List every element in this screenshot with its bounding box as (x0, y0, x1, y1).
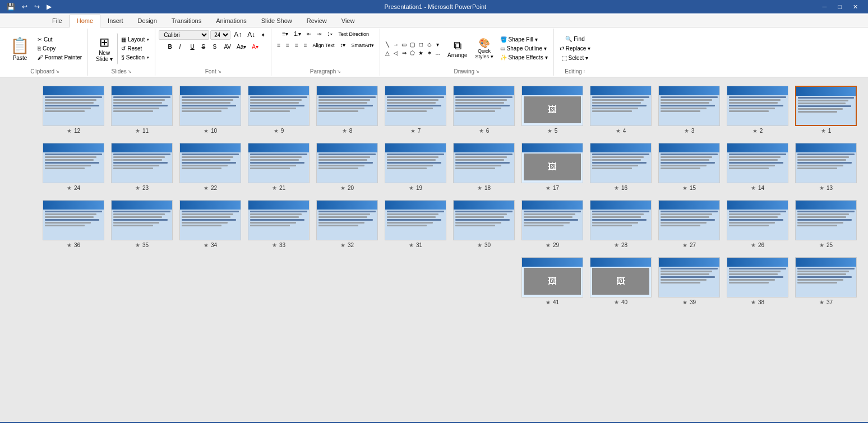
tab-animations[interactable]: Animations (209, 15, 253, 27)
slide-item[interactable]: ★22 (179, 143, 241, 191)
maximize-button[interactable]: □ (832, 2, 847, 12)
save-qat-button[interactable]: 💾 (4, 2, 17, 12)
format-painter-button[interactable]: 🖌 Format Painter (35, 53, 84, 62)
numbering-button[interactable]: 1.▾ (292, 30, 303, 38)
slide-item[interactable]: ★31 (385, 200, 446, 248)
align-text-button[interactable]: Align Text (311, 41, 337, 49)
shape-more2[interactable]: … (434, 49, 442, 57)
slide-item[interactable]: 🖼★17 (521, 143, 583, 191)
editing-expand-icon[interactable]: ↑ (583, 69, 585, 74)
slide-item[interactable]: 🖼★40 (590, 257, 652, 305)
shape-fill-button[interactable]: 🪣 Shape Fill ▾ (498, 35, 550, 44)
slide-item[interactable]: ★37 (795, 257, 857, 305)
underline-button[interactable]: U (188, 43, 198, 51)
minimize-button[interactable]: ─ (817, 2, 833, 12)
slide-item[interactable]: ★9 (248, 86, 310, 134)
char-spacing-button[interactable]: AV (221, 43, 233, 51)
slide-item[interactable]: ★11 (111, 86, 173, 134)
slide-item[interactable]: ★4 (590, 86, 652, 134)
align-right-button[interactable]: ≡ (293, 41, 301, 49)
slides-expand-icon[interactable]: ↘ (128, 69, 132, 74)
slide-item[interactable]: ★34 (179, 200, 241, 248)
slide-item[interactable]: ★15 (658, 143, 720, 191)
shape-triangle[interactable]: △ (384, 49, 391, 57)
quick-styles-button[interactable]: 🎨 QuickStyles ▾ (473, 36, 496, 61)
font-size-select[interactable]: 24 (210, 30, 230, 40)
slide-item[interactable]: ★13 (795, 143, 857, 191)
align-center-button[interactable]: ≡ (284, 41, 292, 49)
tab-home[interactable]: Home (70, 15, 100, 27)
slide-item[interactable]: ★3 (658, 86, 720, 134)
slide-item[interactable]: 🖼★5 (521, 86, 583, 134)
decrease-font-button[interactable]: A↓ (245, 30, 257, 40)
shape-rect2[interactable]: □ (417, 40, 425, 48)
shape-rounded-rect[interactable]: ▢ (409, 40, 417, 48)
shape-arrow[interactable]: → (392, 40, 400, 48)
shape-line[interactable]: ╲ (384, 40, 391, 48)
slide-item[interactable]: ★26 (727, 200, 788, 248)
slide-item[interactable]: ★27 (658, 200, 720, 248)
arrange-button[interactable]: ⧉ Arrange (444, 38, 471, 59)
tab-slideshow[interactable]: Slide Show (254, 15, 299, 27)
columns-button[interactable]: ⫶▾ (325, 30, 335, 38)
tab-insert[interactable]: Insert (100, 15, 131, 27)
increase-indent-button[interactable]: ⇥ (315, 30, 324, 38)
slide-item[interactable]: ★24 (43, 143, 104, 191)
slide-item[interactable]: ★7 (385, 86, 446, 134)
shape-effects-button[interactable]: ✨ Shape Effects ▾ (498, 53, 550, 62)
slide-item[interactable]: ★6 (453, 86, 515, 134)
paragraph-expand-icon[interactable]: ↘ (337, 69, 341, 74)
font-family-select[interactable]: Calibri (159, 30, 209, 40)
reset-button[interactable]: ↺ Reset (119, 44, 151, 53)
font-expand-icon[interactable]: ↘ (218, 69, 221, 74)
shape-outline-button[interactable]: ▭ Shape Outline ▾ (498, 44, 550, 53)
slide-item[interactable]: ★2 (727, 86, 788, 134)
convert-smartart-button[interactable]: SmartArt▾ (349, 41, 376, 49)
slide-item[interactable]: ★32 (316, 200, 378, 248)
slide-item[interactable]: ★38 (727, 257, 788, 305)
decrease-indent-button[interactable]: ⇤ (304, 30, 313, 38)
slide-item[interactable]: ★10 (179, 86, 241, 134)
redo-button[interactable]: ↪ (32, 2, 42, 12)
bold-button[interactable]: B (165, 43, 176, 51)
shape-rtriangle[interactable]: ◁ (392, 49, 400, 57)
shadow-button[interactable]: S (210, 43, 220, 51)
shape-arrow2[interactable]: ⇒ (400, 49, 408, 57)
select-button[interactable]: ⬚ Select ▾ (560, 54, 591, 62)
tab-transitions[interactable]: Transitions (164, 15, 209, 27)
shape-diamond[interactable]: ◇ (426, 40, 433, 48)
shape-star2[interactable]: ✶ (426, 49, 433, 57)
layout-button[interactable]: ▦ Layout ▾ (119, 35, 151, 44)
find-button[interactable]: 🔍 Find (563, 35, 587, 43)
start-presentation-button[interactable]: ▶ (44, 2, 54, 12)
change-case-button[interactable]: Aa▾ (234, 43, 248, 51)
shape-star[interactable]: ★ (417, 49, 425, 57)
italic-button[interactable]: I (177, 43, 187, 51)
close-button[interactable]: ✕ (847, 2, 864, 12)
copy-button[interactable]: ⎘ Copy (35, 44, 84, 53)
slide-item[interactable]: ★14 (727, 143, 788, 191)
shape-more[interactable]: ▾ (434, 40, 442, 48)
new-slide-button[interactable]: ⊞ NewSlide ▾ (91, 33, 118, 64)
slide-item[interactable]: ★35 (111, 200, 173, 248)
slide-item[interactable]: ★18 (453, 143, 515, 191)
slide-item[interactable]: ★36 (43, 200, 104, 248)
tab-review[interactable]: Review (299, 15, 334, 27)
slide-item[interactable]: ★1 (795, 86, 857, 134)
slide-item[interactable]: ★30 (453, 200, 515, 248)
slide-item[interactable]: ★8 (316, 86, 378, 134)
shape-pentagon[interactable]: ⬠ (409, 49, 417, 57)
drawing-expand-icon[interactable]: ↘ (475, 69, 479, 74)
bullets-button[interactable]: ≡▾ (280, 30, 290, 38)
tab-design[interactable]: Design (131, 15, 164, 27)
text-direction-button[interactable]: Text Direction (336, 30, 371, 38)
tab-file[interactable]: File (45, 15, 70, 27)
slide-item[interactable]: 🖼★41 (521, 257, 583, 305)
slide-item[interactable]: ★28 (590, 200, 652, 248)
increase-font-button[interactable]: A↑ (232, 30, 244, 40)
slide-item[interactable]: ★23 (111, 143, 173, 191)
slide-item[interactable]: ★12 (43, 86, 104, 134)
slide-item[interactable]: ★19 (385, 143, 446, 191)
slide-item[interactable]: ★39 (658, 257, 720, 305)
paste-button[interactable]: 📋 Paste (6, 30, 34, 67)
